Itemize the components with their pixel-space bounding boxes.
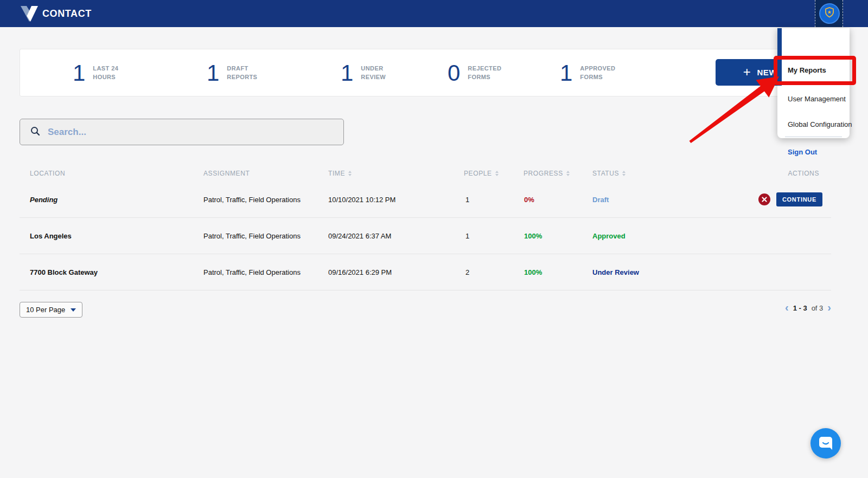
stat-value: 1 xyxy=(73,62,85,85)
app-page: CONTACT 1 LAST 24HOURS 1 DRAFTREPORT xyxy=(0,0,868,478)
column-header-status[interactable]: STATUS xyxy=(592,170,626,177)
cell-time: 10/10/2021 10:12 PM xyxy=(328,196,395,204)
account-dropdown-menu: My Reports User Management Global Config… xyxy=(777,28,850,138)
x-icon xyxy=(762,196,767,204)
cell-progress: 100% xyxy=(524,268,542,276)
per-page-select[interactable]: 10 Per Page xyxy=(20,302,82,318)
cell-people: 2 xyxy=(465,268,469,276)
continue-button[interactable]: CONTINUE xyxy=(776,192,822,206)
column-header-assignment: ASSIGNMENT xyxy=(203,170,250,177)
stat-approved-forms: 1 APPROVEDFORMS xyxy=(560,49,615,97)
column-header-time[interactable]: TIME xyxy=(328,170,352,177)
stat-label: REJECTEDFORMS xyxy=(468,64,501,82)
status-badge: Under Review xyxy=(592,268,639,276)
cell-assignment: Patrol, Traffic, Field Operations xyxy=(203,268,301,276)
column-header-actions: ACTIONS xyxy=(788,170,819,177)
menu-item-sign-out[interactable]: Sign Out xyxy=(788,148,817,156)
cell-progress: 0% xyxy=(524,196,534,204)
account-menu-block xyxy=(815,0,843,27)
menu-item-my-reports[interactable]: My Reports xyxy=(788,66,826,74)
chevron-down-icon xyxy=(71,308,76,312)
next-page-button[interactable]: › xyxy=(827,302,831,313)
stat-value: 1 xyxy=(560,62,572,85)
stat-value: 0 xyxy=(448,62,460,85)
search-box xyxy=(20,119,344,145)
brand-logo-icon xyxy=(20,5,39,24)
cell-progress: 100% xyxy=(524,232,542,240)
stat-draft-reports: 1 DRAFTREPORTS xyxy=(207,49,257,97)
pager: ‹ 1 - 3 of 3 › xyxy=(785,303,831,313)
new-button-label: NEW xyxy=(757,68,777,77)
stat-under-review: 1 UNDERREVIEW xyxy=(341,49,386,97)
previous-page-button[interactable]: ‹ xyxy=(785,302,789,313)
menu-accent-strip xyxy=(777,28,782,86)
search-icon xyxy=(30,126,41,139)
per-page-label: 10 Per Page xyxy=(26,306,65,314)
cell-location: Los Angeles xyxy=(30,232,72,240)
sort-icon xyxy=(495,171,499,176)
stat-rejected-forms: 0 REJECTEDFORMS xyxy=(448,49,501,97)
menu-item-global-configuration[interactable]: Global Configuration xyxy=(788,120,852,128)
table-row[interactable]: 7700 Block Gateway Patrol, Traffic, Fiel… xyxy=(20,254,831,290)
sort-icon xyxy=(566,171,570,176)
chat-bubble-icon xyxy=(818,435,834,453)
stat-last-24-hours: 1 LAST 24HOURS xyxy=(73,49,118,97)
delete-button[interactable] xyxy=(758,193,770,205)
sort-icon xyxy=(622,171,626,176)
plus-icon: + xyxy=(743,66,751,79)
account-badge-button[interactable] xyxy=(819,3,840,24)
column-header-location: LOCATION xyxy=(30,170,65,177)
cell-location: Pending xyxy=(30,196,58,204)
row-actions: CONTINUE xyxy=(758,192,822,206)
pager-total: of 3 xyxy=(812,304,824,312)
column-header-people[interactable]: PEOPLE xyxy=(464,170,499,177)
menu-divider xyxy=(785,137,842,137)
cell-people: 1 xyxy=(465,232,469,240)
table-row[interactable]: Pending Patrol, Traffic, Field Operation… xyxy=(20,182,831,218)
stat-value: 1 xyxy=(207,62,219,85)
search-input[interactable] xyxy=(48,127,308,138)
cell-assignment: Patrol, Traffic, Field Operations xyxy=(203,232,301,240)
cell-assignment: Patrol, Traffic, Field Operations xyxy=(203,196,301,204)
reports-table: LOCATION ASSIGNMENT TIME PEOPLE PROGRESS… xyxy=(20,165,831,290)
status-badge: Approved xyxy=(592,232,626,240)
stats-summary-bar: 1 LAST 24HOURS 1 DRAFTREPORTS 1 UNDERREV… xyxy=(20,49,848,96)
stat-label: APPROVEDFORMS xyxy=(580,64,615,82)
sort-icon xyxy=(348,171,352,176)
table-row[interactable]: Los Angeles Patrol, Traffic, Field Opera… xyxy=(20,218,831,254)
menu-item-user-management[interactable]: User Management xyxy=(788,95,846,103)
stat-label: DRAFTREPORTS xyxy=(227,64,257,82)
cell-people: 1 xyxy=(465,196,469,204)
chat-launcher-button[interactable] xyxy=(810,428,841,458)
cell-time: 09/16/2021 6:29 PM xyxy=(328,268,392,276)
stat-value: 1 xyxy=(341,62,353,85)
stat-label: LAST 24HOURS xyxy=(93,64,118,82)
stat-label: UNDERREVIEW xyxy=(361,64,386,82)
shield-star-icon xyxy=(823,6,836,21)
column-header-progress[interactable]: PROGRESS xyxy=(524,170,570,177)
pager-range: 1 - 3 xyxy=(793,304,807,312)
app-title: CONTACT xyxy=(42,8,92,20)
status-badge: Draft xyxy=(592,196,609,204)
cell-time: 09/24/2021 6:37 AM xyxy=(328,232,391,240)
cell-location: 7700 Block Gateway xyxy=(30,268,98,276)
table-header-row: LOCATION ASSIGNMENT TIME PEOPLE PROGRESS… xyxy=(20,165,831,182)
top-navbar: CONTACT xyxy=(0,0,868,27)
